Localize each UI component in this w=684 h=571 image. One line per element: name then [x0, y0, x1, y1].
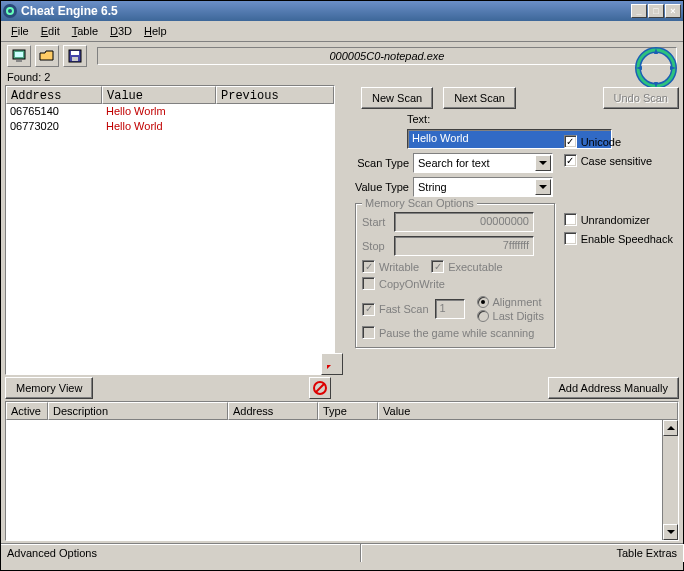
red-arrow-icon [325, 357, 339, 371]
col-description[interactable]: Description [48, 402, 228, 420]
memory-view-button[interactable]: Memory View [5, 377, 93, 399]
svg-point-7 [638, 50, 674, 86]
new-scan-button[interactable]: New Scan [361, 87, 433, 109]
chevron-down-icon [535, 179, 551, 195]
menu-edit[interactable]: Edit [35, 23, 66, 39]
svg-line-9 [316, 384, 324, 392]
menu-table[interactable]: Table [66, 23, 104, 39]
start-address-input: 00000000 [394, 212, 534, 232]
pointer-tool-button[interactable] [321, 353, 343, 375]
toolbar: 000005C0-notepad.exe [1, 41, 683, 69]
results-grid[interactable]: Address Value Previous 06765140 Hello Wo… [5, 85, 335, 375]
title-bar: Cheat Engine 6.5 _ □ × [1, 1, 683, 21]
vertical-scrollbar[interactable] [662, 420, 678, 540]
window-title: Cheat Engine 6.5 [21, 4, 631, 18]
col-type[interactable]: Type [318, 402, 378, 420]
menu-bar: File Edit Table D3D Help [1, 21, 683, 41]
process-name-bar[interactable]: 000005C0-notepad.exe [97, 47, 677, 65]
unrandomizer-checkbox[interactable]: Unrandomizer [564, 213, 673, 226]
col-active[interactable]: Active [6, 402, 48, 420]
col-value2[interactable]: Value [378, 402, 678, 420]
col-header-value[interactable]: Value [102, 86, 216, 104]
add-address-manually-button[interactable]: Add Address Manually [548, 377, 679, 399]
scan-type-label: Scan Type [351, 157, 413, 169]
found-count: Found: 2 [1, 69, 683, 85]
next-scan-button[interactable]: Next Scan [443, 87, 516, 109]
menu-file[interactable]: File [5, 23, 35, 39]
result-row[interactable]: 06765140 Hello Worlm [6, 105, 334, 120]
svg-rect-2 [16, 60, 22, 62]
col-header-previous[interactable]: Previous [216, 86, 334, 104]
status-bar: Advanced Options Table Extras [1, 543, 683, 562]
text-label: Text: [407, 113, 430, 125]
menu-d3d[interactable]: D3D [104, 23, 138, 39]
chevron-down-icon [535, 155, 551, 171]
minimize-button[interactable]: _ [631, 4, 647, 18]
value-type-combo[interactable]: String [413, 177, 553, 197]
save-button[interactable] [63, 45, 87, 67]
address-list[interactable]: Active Description Address Type Value [5, 401, 679, 541]
open-process-button[interactable] [7, 45, 31, 67]
enable-speedhack-checkbox[interactable]: Enable Speedhack [564, 232, 673, 245]
app-icon [3, 4, 17, 18]
close-button[interactable]: × [665, 4, 681, 18]
svg-rect-1 [15, 52, 23, 57]
advanced-options-button[interactable]: Advanced Options [1, 544, 361, 562]
maximize-button[interactable]: □ [648, 4, 664, 18]
floppy-disk-icon [67, 49, 83, 63]
computer-icon [11, 49, 27, 63]
folder-open-icon [39, 49, 55, 63]
menu-help[interactable]: Help [138, 23, 173, 39]
scroll-up-button[interactable] [663, 420, 678, 436]
scroll-down-button[interactable] [663, 524, 678, 540]
case-sensitive-checkbox[interactable]: ✓Case sensitive [564, 154, 673, 167]
result-row[interactable]: 06773020 Hello World [6, 120, 334, 135]
stop-address-input: 7fffffff [394, 236, 534, 256]
col-address2[interactable]: Address [228, 402, 318, 420]
no-entry-icon [312, 380, 328, 396]
clear-button[interactable] [309, 377, 331, 399]
scan-type-combo[interactable]: Search for text [413, 153, 553, 173]
table-extras-button[interactable]: Table Extras [361, 544, 683, 562]
svg-rect-5 [72, 57, 78, 61]
col-header-address[interactable]: Address [6, 86, 102, 104]
open-file-button[interactable] [35, 45, 59, 67]
cheat-engine-logo[interactable] [634, 46, 678, 90]
value-type-label: Value Type [351, 181, 413, 193]
unicode-checkbox[interactable]: ✓Unicode [564, 135, 673, 148]
undo-scan-button[interactable]: Undo Scan [603, 87, 679, 109]
memory-scan-options-group: Memory Scan Options Start 00000000 Stop … [355, 203, 555, 348]
svg-rect-4 [71, 51, 79, 55]
